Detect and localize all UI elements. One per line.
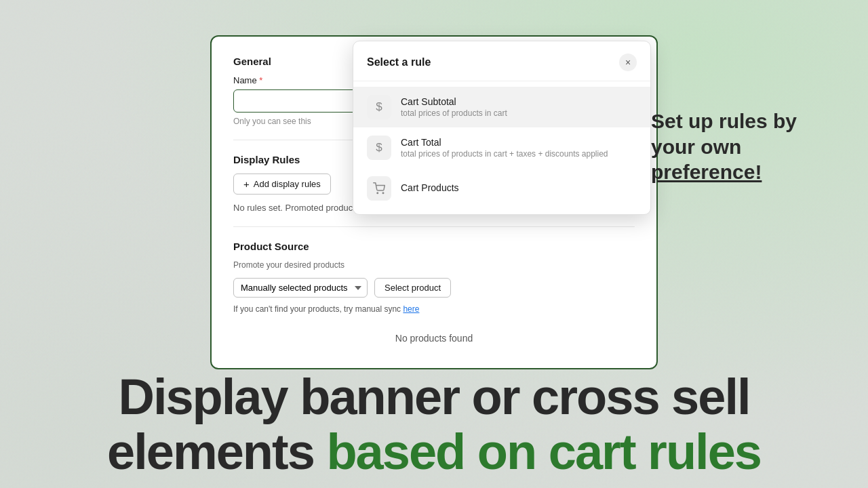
page-wrapper: General Name * Only you can see this Dis… [0, 0, 868, 488]
cart-total-name: Cart Total [401, 137, 637, 148]
product-source-desc: Promote your desired products [233, 260, 635, 270]
sync-link[interactable]: here [403, 304, 419, 314]
select-product-button[interactable]: Select product [374, 278, 451, 298]
divider-2 [233, 226, 635, 227]
rule-item-cart-total[interactable]: $ Cart Total total prices of products in… [353, 127, 650, 168]
product-source-dropdown[interactable]: Manually selected products All products … [233, 278, 368, 298]
rule-list: $ Cart Subtotal total prices of products… [353, 81, 650, 214]
side-text-block: Set up rules by your own preference! [651, 108, 827, 185]
svg-point-1 [382, 192, 384, 194]
cart-total-icon: $ [367, 136, 391, 160]
product-controls: Manually selected products All products … [233, 278, 635, 314]
rule-item-cart-subtotal[interactable]: $ Cart Subtotal total prices of products… [353, 87, 650, 127]
product-source-section: Product Source Promote your desired prod… [233, 241, 635, 349]
modal-header: Select a rule × [353, 41, 650, 81]
rule-item-cart-products[interactable]: Cart Products [353, 168, 650, 209]
no-products-text: No products found [233, 314, 635, 349]
cart-subtotal-icon: $ [367, 95, 391, 119]
cart-subtotal-name: Cart Subtotal [401, 96, 637, 107]
required-indicator: * [257, 75, 263, 85]
modal-close-button[interactable]: × [619, 54, 637, 71]
cart-products-icon [367, 176, 391, 201]
cart-products-name: Cart Products [401, 182, 637, 193]
svg-point-0 [377, 192, 378, 194]
add-display-rules-button[interactable]: + Add display rules [233, 174, 331, 195]
add-icon: + [243, 178, 250, 190]
green-words: based on cart rules [326, 424, 761, 480]
top-area: General Name * Only you can see this Dis… [0, 0, 868, 369]
rule-selection-modal: Select a rule × $ Cart Subtotal total pr… [353, 41, 651, 215]
sync-hint: If you can't find your products, try man… [233, 304, 419, 314]
cart-subtotal-desc: total prices of products in cart [401, 108, 637, 118]
cart-total-desc: total prices of products in cart + taxes… [401, 149, 637, 159]
product-source-title: Product Source [233, 241, 635, 252]
modal-title: Select a rule [367, 56, 431, 68]
bottom-headline-block: Display banner or cross sell elements ba… [0, 369, 868, 488]
bottom-headline: Display banner or cross sell elements ba… [41, 369, 827, 480]
